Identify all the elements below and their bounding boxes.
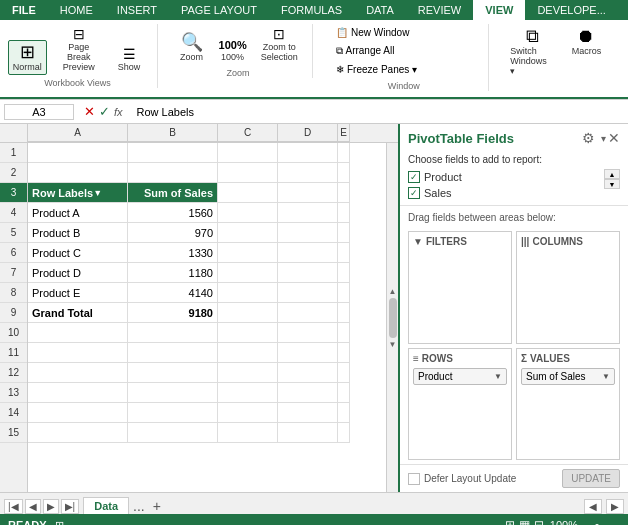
- cell-b10[interactable]: [128, 323, 218, 343]
- col-header-e[interactable]: E: [338, 124, 350, 142]
- sheet-add-button[interactable]: +: [149, 498, 165, 514]
- cell-c4[interactable]: [218, 203, 278, 223]
- new-window-button[interactable]: 📋 New Window: [329, 24, 416, 41]
- page-layout-status-icon[interactable]: ▦: [519, 518, 530, 525]
- cell-d11[interactable]: [278, 343, 338, 363]
- cell-d9[interactable]: [278, 303, 338, 323]
- cell-d13[interactable]: [278, 383, 338, 403]
- tab-data[interactable]: DATA: [354, 0, 406, 20]
- switch-windows-button[interactable]: ⧉ SwitchWindows ▾: [505, 24, 559, 79]
- cell-b1[interactable]: [128, 143, 218, 163]
- scroll-thumb[interactable]: [389, 298, 397, 338]
- cell-d3[interactable]: [278, 183, 338, 203]
- cell-a11[interactable]: [28, 343, 128, 363]
- show-button[interactable]: ☰ Show: [111, 44, 147, 75]
- cell-c14[interactable]: [218, 403, 278, 423]
- cell-a6[interactable]: Product C: [28, 243, 128, 263]
- cell-b3[interactable]: Sum of Sales: [128, 183, 218, 203]
- zoom-button[interactable]: 🔍 Zoom: [174, 30, 210, 65]
- cell-c5[interactable]: [218, 223, 278, 243]
- page-break-status-icon[interactable]: ⊟: [534, 518, 544, 525]
- macros-button[interactable]: ⏺ Macros: [567, 24, 606, 59]
- row-num-12[interactable]: 12: [0, 363, 27, 383]
- cell-b14[interactable]: [128, 403, 218, 423]
- cell-d7[interactable]: [278, 263, 338, 283]
- cell-e9[interactable]: [338, 303, 350, 323]
- scroll-up-button[interactable]: ▲: [387, 285, 398, 298]
- row-num-13[interactable]: 13: [0, 383, 27, 403]
- cell-e6[interactable]: [338, 243, 350, 263]
- scroll-down-button[interactable]: ▼: [387, 338, 398, 351]
- cell-c6[interactable]: [218, 243, 278, 263]
- rows-product-dropdown[interactable]: Product ▼: [413, 368, 507, 385]
- cell-a1[interactable]: [28, 143, 128, 163]
- tab-formulas[interactable]: FORMULAS: [269, 0, 354, 20]
- cell-d1[interactable]: [278, 143, 338, 163]
- cell-b2[interactable]: [128, 163, 218, 183]
- sheet-first-button[interactable]: |◀: [4, 499, 23, 514]
- cell-e1[interactable]: [338, 143, 350, 163]
- cell-b4[interactable]: 1560: [128, 203, 218, 223]
- pivot-close-button[interactable]: ✕: [608, 130, 620, 146]
- pivot-field-sales[interactable]: ✓ Sales: [408, 185, 604, 201]
- formula-confirm-icon[interactable]: ✓: [99, 104, 110, 119]
- row-num-8[interactable]: 8: [0, 283, 27, 303]
- values-sum-dropdown[interactable]: Sum of Sales ▼: [521, 368, 615, 385]
- product-checkbox[interactable]: ✓: [408, 171, 420, 183]
- sheet-prev-button[interactable]: ◀: [25, 499, 41, 514]
- tab-home[interactable]: HOME: [48, 0, 105, 20]
- cell-e14[interactable]: [338, 403, 350, 423]
- row-num-6[interactable]: 6: [0, 243, 27, 263]
- cell-c10[interactable]: [218, 323, 278, 343]
- row-num-2[interactable]: 2: [0, 163, 27, 183]
- cell-e15[interactable]: [338, 423, 350, 443]
- cell-a7[interactable]: Product D: [28, 263, 128, 283]
- cell-a8[interactable]: Product E: [28, 283, 128, 303]
- row-num-5[interactable]: 5: [0, 223, 27, 243]
- cell-e7[interactable]: [338, 263, 350, 283]
- cell-c2[interactable]: [218, 163, 278, 183]
- normal-view-button[interactable]: ⊞ Normal: [8, 40, 47, 75]
- cell-d12[interactable]: [278, 363, 338, 383]
- horizontal-scroll-right[interactable]: ▶: [606, 499, 624, 514]
- tab-developer[interactable]: DEVELOPE...: [525, 0, 617, 20]
- cell-c9[interactable]: [218, 303, 278, 323]
- sheet-more-button[interactable]: ...: [129, 498, 149, 514]
- cell-d8[interactable]: [278, 283, 338, 303]
- cell-a4[interactable]: Product A: [28, 203, 128, 223]
- defer-checkbox[interactable]: [408, 473, 420, 485]
- cell-c7[interactable]: [218, 263, 278, 283]
- cell-e3[interactable]: [338, 183, 350, 203]
- sheet-next-button[interactable]: ▶: [43, 499, 59, 514]
- cell-b6[interactable]: 1330: [128, 243, 218, 263]
- cell-b12[interactable]: [128, 363, 218, 383]
- cell-a3[interactable]: Row Labels ▼: [28, 183, 128, 203]
- cell-a14[interactable]: [28, 403, 128, 423]
- row-num-7[interactable]: 7: [0, 263, 27, 283]
- cell-d6[interactable]: [278, 243, 338, 263]
- cell-a12[interactable]: [28, 363, 128, 383]
- cell-e4[interactable]: [338, 203, 350, 223]
- freeze-panes-button[interactable]: ❄ Freeze Panes ▾: [329, 61, 424, 78]
- cell-a5[interactable]: Product B: [28, 223, 128, 243]
- formula-input[interactable]: [133, 105, 624, 119]
- sheet-last-button[interactable]: ▶|: [61, 499, 80, 514]
- cell-a15[interactable]: [28, 423, 128, 443]
- cell-a2[interactable]: [28, 163, 128, 183]
- tab-view[interactable]: VIEW: [473, 0, 525, 20]
- cell-d4[interactable]: [278, 203, 338, 223]
- file-tab[interactable]: FILE: [0, 0, 48, 20]
- sheet-tab-data[interactable]: Data: [83, 497, 129, 514]
- fields-scroll-buttons[interactable]: ▲ ▼: [604, 169, 620, 189]
- cell-reference-box[interactable]: A3: [4, 104, 74, 120]
- col-header-d[interactable]: D: [278, 124, 338, 142]
- row-num-1[interactable]: 1: [0, 143, 27, 163]
- cell-c1[interactable]: [218, 143, 278, 163]
- normal-view-status-icon[interactable]: ⊞: [505, 518, 515, 525]
- row-num-10[interactable]: 10: [0, 323, 27, 343]
- cell-e13[interactable]: [338, 383, 350, 403]
- cell-a13[interactable]: [28, 383, 128, 403]
- zoom-to-selection-button[interactable]: ⊡ Zoom toSelection: [256, 24, 303, 65]
- pivot-field-product[interactable]: ✓ Product: [408, 169, 604, 185]
- fields-scroll-down[interactable]: ▼: [604, 179, 620, 189]
